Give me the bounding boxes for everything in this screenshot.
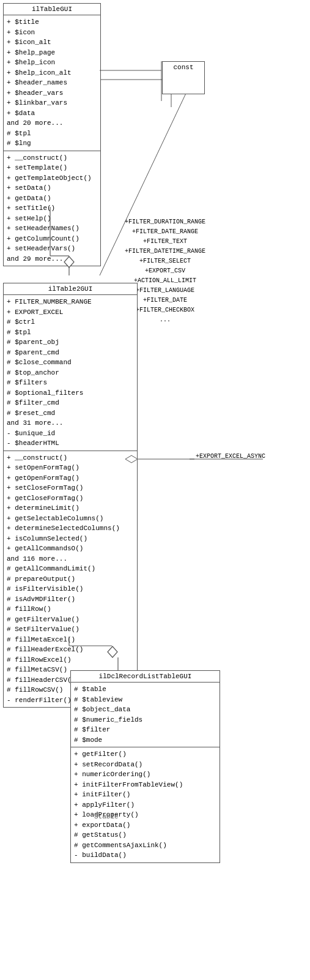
- il-table2-gui-properties: + FILTER_NUMBER_RANGE + EXPORT_EXCEL # $…: [4, 295, 137, 451]
- diamond-icon-2: [107, 646, 118, 658]
- il-table2-gui-title: ilTable2GUI: [4, 283, 137, 295]
- il-table-gui-methods: + __construct() + setTemplate() + getTem…: [4, 151, 100, 266]
- svg-marker-12: [64, 256, 74, 267]
- const-box-body: [166, 73, 201, 92]
- svg-marker-20: [108, 646, 117, 657]
- il-dcl-record-list-table-gui-properties: # $table # $tableview # $object_data # $…: [71, 683, 220, 747]
- diamond-icon: [64, 256, 75, 268]
- inheritance-diamond-2: [107, 646, 118, 660]
- diagram-container: ilTableGUI + $title + $icon + $icon_alt …: [0, 0, 310, 980]
- il-table-gui-properties: + $title + $icon + $icon_alt + $help_pag…: [4, 15, 100, 151]
- inheritance-diamond: [64, 256, 75, 270]
- il-table2-gui-methods: + __construct() + setOpenFormTag() + get…: [4, 451, 137, 708]
- il-dcl-record-list-table-gui-title: ilDclRecordListTableGUI: [71, 671, 220, 683]
- const-label: const: [166, 64, 201, 71]
- il-dcl-record-list-table-gui-box: ilDclRecordListTableGUI # $table # $tabl…: [70, 670, 220, 863]
- const-box: const: [162, 61, 205, 94]
- export-excel-async-label: +EXPORT_EXCEL_ASYNC: [196, 453, 265, 460]
- il-dcl-record-list-table-gui-methods: + getFilter() + setRecordData() + numeri…: [71, 747, 220, 862]
- il-table-gui-box: ilTableGUI + $title + $icon + $icon_alt …: [3, 3, 101, 266]
- il-table2-gui-box: ilTable2GUI + FILTER_NUMBER_RANGE + EXPO…: [3, 283, 138, 708]
- il-table-gui-title: ilTableGUI: [4, 4, 100, 15]
- stable-label: Stable: [94, 813, 119, 820]
